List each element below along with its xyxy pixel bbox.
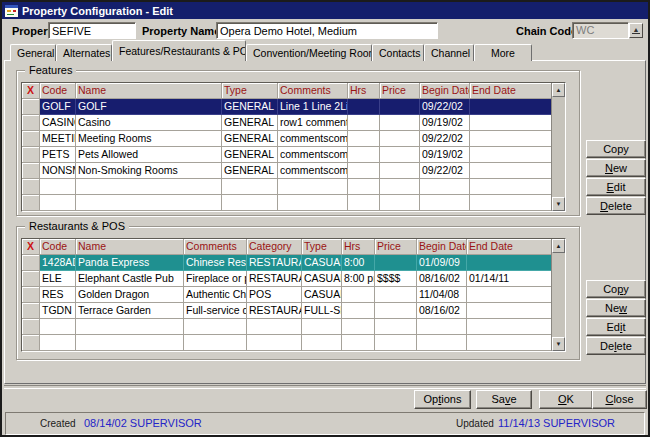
cell-name: Golden Dragon — [76, 287, 184, 303]
cell-price — [380, 163, 420, 179]
tab-more[interactable]: More — [474, 44, 532, 61]
row-selector[interactable] — [22, 255, 40, 271]
cell-empty — [417, 335, 467, 351]
cell-code: TGDN — [40, 303, 76, 319]
property-input[interactable] — [48, 22, 136, 39]
tab-contacts[interactable]: Contacts — [372, 44, 424, 61]
cell-comments: Full-service dining — [184, 303, 247, 319]
cell-type: GENERAL — [222, 147, 278, 163]
cell-empty — [278, 195, 348, 211]
cell-hrs — [348, 131, 380, 147]
down-arrow-icon: ▼ — [556, 341, 562, 347]
cell-hrs: 8:00 pm — [342, 271, 375, 287]
column-header-code: Code — [40, 239, 76, 255]
cell-code: PETS — [40, 147, 76, 163]
table-row-casino[interactable]: CASINO Casino GENERAL row1 comments o 09… — [22, 115, 552, 131]
scroll-down-button[interactable]: ▼ — [552, 197, 565, 211]
cell-empty — [222, 179, 278, 195]
table-row-pets[interactable]: PETS Pets Allowed GENERAL commentscommen… — [22, 147, 552, 163]
property-name-input[interactable] — [216, 22, 438, 39]
cell-type: CASUAL DINING — [302, 271, 342, 287]
restaurants-vertical-scrollbar[interactable]: ▲ ▼ — [551, 239, 565, 351]
restaurants-delete-button[interactable]: Delete — [586, 337, 646, 355]
cell-begin-date: 01/09/09 — [417, 255, 467, 271]
table-row-terrace-garden[interactable]: TGDN Terrace Garden Full-service dining … — [22, 303, 552, 319]
scroll-up-button[interactable]: ▲ — [552, 83, 565, 97]
cell-empty — [467, 319, 552, 335]
cell-code: 1428AD — [40, 255, 76, 271]
column-header-comments: Comments — [278, 83, 348, 99]
cell-begin-date: 08/16/02 — [417, 303, 467, 319]
cell-comments: commentscomments — [278, 147, 348, 163]
column-header-end-date: End Date — [467, 239, 552, 255]
restaurants-edit-button[interactable]: Edit — [586, 318, 646, 336]
cell-name: Casino — [76, 115, 222, 131]
features-delete-button[interactable]: Delete — [586, 197, 646, 215]
row-selector[interactable] — [22, 131, 40, 147]
cell-empty — [467, 335, 552, 351]
table-row-meeting[interactable]: MEETING Meeting Rooms GENERAL commentsco… — [22, 131, 552, 147]
tab-features-restaurants-pos[interactable]: Features/Restaurants & POS — [112, 40, 246, 61]
cell-empty — [302, 335, 342, 351]
column-header-hrs: Hrs — [348, 83, 380, 99]
tab-general[interactable]: General — [10, 44, 56, 61]
scroll-up-button[interactable]: ▲ — [552, 239, 565, 253]
row-selector[interactable] — [22, 287, 40, 303]
chain-code-lov-button[interactable]: ▲ — [629, 23, 643, 38]
features-new-button[interactable]: New — [586, 159, 646, 177]
tab-channel[interactable]: Channel — [424, 44, 474, 61]
table-row-elephant-castle[interactable]: ELE Elephant Castle Pub Fireplace or pat… — [22, 271, 552, 287]
cell-empty — [76, 335, 184, 351]
restaurants-table-header: X Code Name Comments Category Type Hrs P… — [22, 239, 552, 255]
chain-code-input[interactable]: WC — [572, 22, 629, 39]
table-row-empty[interactable] — [22, 335, 552, 351]
cell-begin-date: 09/22/02 — [420, 131, 470, 147]
tab-alternates[interactable]: Alternates — [56, 44, 112, 61]
row-selector — [22, 335, 40, 351]
tab-convention-meeting-rooms[interactable]: Convention/Meeting Rooms — [246, 44, 372, 61]
cell-type: GENERAL — [222, 163, 278, 179]
cell-empty — [40, 319, 76, 335]
cell-price — [380, 131, 420, 147]
table-row-golden-dragon[interactable]: RES Golden Dragon Authentic Chinese POS … — [22, 287, 552, 303]
cell-comments: commentscomments — [278, 131, 348, 147]
cell-empty — [342, 335, 375, 351]
window-title: Property Configuration - Edit — [22, 5, 173, 17]
cell-name: Terrace Garden — [76, 303, 184, 319]
table-row-empty[interactable] — [22, 179, 552, 195]
title-bar[interactable]: Property Configuration - Edit — [2, 2, 648, 19]
cell-hrs — [342, 287, 375, 303]
property-name-label: Property Name — [142, 25, 220, 37]
table-row-panda-express[interactable]: 1428AD Panda Express Chinese Restaurant … — [22, 255, 552, 271]
cell-hrs — [348, 147, 380, 163]
row-selector[interactable] — [22, 163, 40, 179]
cell-hrs: 8:00 — [342, 255, 375, 271]
cell-empty — [420, 179, 470, 195]
row-selector[interactable] — [22, 115, 40, 131]
features-copy-button[interactable]: Copy — [586, 140, 646, 158]
cell-end-date — [470, 147, 552, 163]
cell-empty — [420, 195, 470, 211]
table-row-empty[interactable] — [22, 195, 552, 211]
features-edit-button[interactable]: Edit — [586, 178, 646, 196]
scroll-down-button[interactable]: ▼ — [552, 337, 565, 351]
save-button[interactable]: Save — [476, 390, 532, 409]
table-row-nonsmk[interactable]: NONSMK Non-Smoking Rooms GENERAL comment… — [22, 163, 552, 179]
row-selector[interactable] — [22, 271, 40, 287]
cell-end-date: 01/14/11 — [467, 271, 552, 287]
row-selector[interactable] — [22, 303, 40, 319]
table-row-empty[interactable] — [22, 319, 552, 335]
row-selector[interactable] — [22, 99, 40, 115]
ok-button[interactable]: OK — [539, 390, 593, 409]
table-row-golf[interactable]: GOLF GOLF GENERAL Line 1 Line 2Line 09/2… — [22, 99, 552, 115]
features-vertical-scrollbar[interactable]: ▲ ▼ — [551, 83, 565, 211]
options-button[interactable]: Options — [414, 390, 471, 409]
restaurants-copy-button[interactable]: Copy — [586, 280, 646, 298]
chain-code-label: Chain Code — [516, 25, 577, 37]
updated-value: 11/14/13 SUPERVISOR — [498, 417, 615, 429]
row-selector[interactable] — [22, 147, 40, 163]
restaurants-new-button[interactable]: New — [586, 299, 646, 317]
cell-hrs — [348, 163, 380, 179]
close-button[interactable]: Close — [592, 390, 647, 409]
column-header-x: X — [22, 239, 40, 255]
